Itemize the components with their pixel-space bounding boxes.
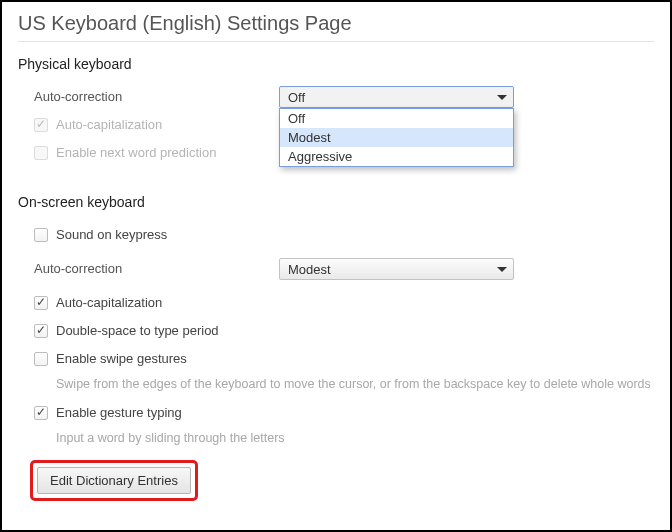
physical-autocap-checkbox[interactable]: [34, 118, 48, 132]
option-off[interactable]: Off: [280, 109, 513, 128]
onscreen-doublespace-row: Double-space to type period: [18, 320, 654, 342]
chevron-down-icon: [497, 95, 507, 100]
onscreen-gesture-label: Enable gesture typing: [56, 402, 182, 424]
option-aggressive[interactable]: Aggressive: [280, 147, 513, 166]
onscreen-swipe-checkbox[interactable]: [34, 352, 48, 366]
physical-nextword-checkbox[interactable]: [34, 146, 48, 160]
spacer: [18, 170, 654, 188]
divider: [18, 41, 654, 42]
onscreen-autocap-label: Auto-capitalization: [56, 292, 162, 314]
section-onscreen-heading: On-screen keyboard: [18, 194, 654, 210]
onscreen-swipe-help: Swipe from the edges of the keyboard to …: [18, 376, 654, 392]
edit-dictionary-callout: Edit Dictionary Entries: [30, 460, 198, 501]
physical-autocorrect-value: Off: [288, 90, 305, 105]
onscreen-sound-checkbox[interactable]: [34, 228, 48, 242]
onscreen-autocap-checkbox[interactable]: [34, 296, 48, 310]
onscreen-doublespace-checkbox[interactable]: [34, 324, 48, 338]
onscreen-doublespace-label: Double-space to type period: [56, 320, 219, 342]
onscreen-sound-row: Sound on keypress: [18, 224, 654, 246]
physical-autocorrect-select[interactable]: Off: [279, 86, 514, 108]
onscreen-gesture-row: Enable gesture typing: [18, 402, 654, 424]
page-title: US Keyboard (English) Settings Page: [18, 12, 654, 35]
physical-nextword-label: Enable next word prediction: [56, 142, 216, 164]
physical-autocorrect-dropdown: Off Modest Aggressive: [279, 108, 514, 167]
onscreen-sound-label: Sound on keypress: [56, 224, 167, 246]
onscreen-swipe-row: Enable swipe gestures: [18, 348, 654, 370]
onscreen-autocorrect-row: Auto-correction Modest: [18, 258, 654, 280]
chevron-down-icon: [497, 267, 507, 272]
option-modest[interactable]: Modest: [280, 128, 513, 147]
onscreen-swipe-label: Enable swipe gestures: [56, 348, 187, 370]
physical-autocorrect-row: Auto-correction Off Off Modest Aggressiv…: [18, 86, 654, 108]
section-physical-heading: Physical keyboard: [18, 56, 654, 72]
onscreen-autocorrect-value: Modest: [288, 262, 331, 277]
onscreen-autocorrect-label: Auto-correction: [34, 258, 279, 280]
physical-autocorrect-label: Auto-correction: [34, 86, 279, 108]
onscreen-gesture-help: Input a word by sliding through the lett…: [18, 430, 654, 446]
physical-autocap-label: Auto-capitalization: [56, 114, 162, 136]
onscreen-gesture-checkbox[interactable]: [34, 406, 48, 420]
edit-dictionary-button[interactable]: Edit Dictionary Entries: [37, 467, 191, 494]
onscreen-autocap-row: Auto-capitalization: [18, 292, 654, 314]
settings-page: US Keyboard (English) Settings Page Phys…: [0, 0, 672, 532]
onscreen-autocorrect-select[interactable]: Modest: [279, 258, 514, 280]
